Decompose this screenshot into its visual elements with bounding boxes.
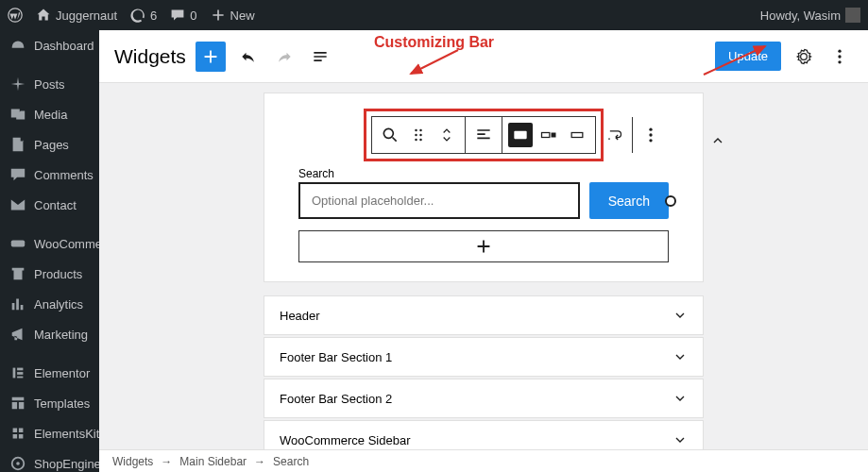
svg-rect-19 — [521, 133, 525, 136]
new-link[interactable]: New — [211, 8, 255, 23]
button-inside-icon[interactable] — [508, 123, 533, 147]
user-greeting[interactable]: Howdy, Wasim — [760, 8, 860, 23]
svg-rect-3 — [17, 368, 23, 371]
block-appender[interactable] — [298, 230, 669, 262]
nav-marketing[interactable]: Marketing — [0, 319, 99, 349]
wp-logo[interactable] — [8, 8, 23, 23]
nav-elementor[interactable]: Elementor — [0, 358, 99, 388]
svg-point-7 — [16, 462, 20, 465]
block-toolbar-highlight — [364, 109, 604, 161]
more-options-button[interactable] — [638, 123, 663, 147]
svg-point-12 — [415, 129, 417, 132]
svg-rect-21 — [552, 133, 556, 138]
svg-point-23 — [649, 128, 652, 131]
breadcrumb: Widgets→ Main Sidebar→ Search — [99, 449, 868, 472]
search-button[interactable]: Search — [589, 182, 669, 219]
button-outside-icon[interactable] — [536, 123, 561, 147]
chevron-down-icon — [672, 349, 688, 364]
svg-point-11 — [383, 128, 393, 138]
svg-point-16 — [415, 139, 417, 142]
widget-areas-list: Header Footer Bar Section 1 Footer Bar S… — [264, 295, 704, 472]
widget-area-panel: Search Search — [264, 93, 704, 282]
nav-shopengine[interactable]: ShopEngine — [0, 448, 99, 472]
admin-bar: Juggernaut 6 0 New Howdy, Wasim — [0, 0, 868, 30]
nav-dashboard[interactable]: Dashboard — [0, 30, 99, 60]
svg-point-25 — [649, 139, 652, 142]
svg-rect-22 — [571, 133, 583, 138]
nav-media[interactable]: Media — [0, 99, 99, 129]
nav-comments[interactable]: Comments — [0, 160, 99, 190]
svg-point-17 — [419, 139, 422, 142]
search-label: Search — [298, 167, 691, 180]
add-block-button[interactable] — [196, 42, 226, 72]
nav-contact[interactable]: Contact — [0, 190, 99, 220]
chevron-down-icon — [672, 391, 688, 406]
svg-point-14 — [415, 134, 417, 137]
svg-rect-1 — [11, 240, 25, 246]
chevron-down-icon — [672, 432, 688, 447]
undo-button[interactable] — [235, 43, 262, 70]
svg-point-9 — [838, 55, 841, 58]
move-arrows-icon[interactable] — [434, 123, 459, 147]
update-button[interactable]: Update — [715, 42, 781, 71]
collapse-toggle[interactable] — [710, 133, 725, 152]
svg-rect-20 — [542, 133, 550, 138]
svg-point-10 — [838, 60, 841, 63]
svg-point-24 — [649, 133, 652, 136]
nav-templates[interactable]: Templates — [0, 388, 99, 418]
crumb[interactable]: Search — [273, 455, 309, 468]
settings-button[interactable] — [791, 43, 817, 70]
nav-posts[interactable]: Posts — [0, 69, 99, 99]
block-type-icon[interactable] — [378, 123, 402, 147]
page-title: Widgets — [114, 45, 186, 68]
search-input[interactable] — [298, 182, 580, 219]
svg-rect-5 — [17, 377, 23, 379]
resize-handle-icon[interactable] — [665, 195, 676, 207]
crumb[interactable]: Widgets — [112, 455, 153, 468]
align-button[interactable] — [471, 123, 496, 147]
nav-woocommerce[interactable]: WooCommerce — [0, 228, 99, 259]
options-button[interactable] — [826, 43, 853, 70]
nav-elementskit[interactable]: ElementsKit — [0, 418, 99, 448]
editor-header: Widgets Update — [99, 30, 868, 83]
list-view-button[interactable] — [307, 43, 333, 70]
svg-point-13 — [419, 129, 422, 132]
drag-handle-icon[interactable] — [406, 123, 431, 147]
use-icon-button[interactable] — [602, 123, 626, 147]
svg-point-15 — [419, 134, 422, 137]
chevron-down-icon — [672, 308, 688, 323]
redo-button[interactable] — [271, 43, 298, 70]
crumb[interactable]: Main Sidebar — [179, 455, 247, 468]
avatar-icon — [845, 8, 860, 23]
svg-point-8 — [838, 49, 841, 52]
svg-rect-4 — [17, 372, 23, 375]
updates-link[interactable]: 6 — [130, 8, 157, 23]
area-header[interactable]: Header — [264, 295, 704, 335]
nav-pages[interactable]: Pages — [0, 129, 99, 160]
admin-sidebar: Dashboard Posts Media Pages Comments Con… — [0, 30, 99, 472]
comments-link[interactable]: 0 — [170, 8, 196, 23]
svg-rect-2 — [13, 368, 16, 379]
nav-products[interactable]: Products — [0, 259, 99, 289]
block-toolbar — [371, 116, 596, 154]
area-footer2[interactable]: Footer Bar Section 2 — [264, 379, 704, 418]
area-footer1[interactable]: Footer Bar Section 1 — [264, 337, 704, 377]
site-link[interactable]: Juggernaut — [36, 8, 117, 23]
no-button-icon[interactable] — [565, 123, 589, 147]
nav-analytics[interactable]: Analytics — [0, 289, 99, 319]
